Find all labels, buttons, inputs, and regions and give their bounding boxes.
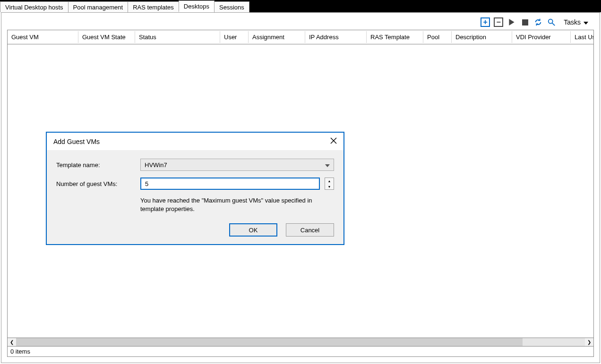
template-name-select[interactable]: HVWin7 — [140, 159, 334, 171]
cancel-button[interactable]: Cancel — [286, 223, 334, 237]
col-status[interactable]: Status — [135, 31, 220, 43]
tab-pool-management[interactable]: Pool management — [68, 1, 129, 12]
svg-rect-1 — [522, 19, 528, 25]
col-ras-template[interactable]: RAS Template — [367, 31, 423, 43]
tab-desktops[interactable]: Desktops — [179, 0, 215, 12]
dialog-header: Add Guest VMs — [47, 133, 343, 150]
ok-button[interactable]: OK — [229, 223, 277, 237]
col-assignment[interactable]: Assignment — [249, 31, 305, 43]
chevron-down-icon — [325, 161, 330, 169]
dialog-body: Template name: HVWin7 Number of guest VM… — [47, 150, 343, 220]
remove-button[interactable]: − — [494, 17, 503, 27]
scroll-thumb[interactable] — [16, 338, 523, 346]
tasks-label: Tasks — [564, 18, 581, 26]
number-guest-vms-label: Number of guest VMs: — [56, 180, 140, 187]
chevron-down-icon — [584, 18, 588, 26]
play-icon[interactable] — [507, 17, 516, 27]
scroll-right-arrow[interactable]: ❯ — [585, 338, 593, 346]
svg-point-2 — [549, 19, 553, 24]
col-vdi-provider[interactable]: VDI Provider — [512, 31, 571, 43]
stop-icon[interactable] — [520, 17, 530, 27]
col-user[interactable]: User — [220, 31, 249, 43]
search-icon[interactable] — [547, 17, 556, 27]
close-icon[interactable] — [330, 137, 337, 145]
svg-line-3 — [552, 23, 555, 25]
add-button[interactable]: + — [481, 17, 490, 27]
col-last-us[interactable]: Last Us — [571, 31, 593, 43]
status-items: 0 items — [10, 348, 30, 355]
h-scrollbar[interactable]: ❮ ❯ — [8, 338, 593, 346]
svg-marker-0 — [509, 19, 515, 25]
spinner-down-icon[interactable]: ▼ — [325, 184, 334, 189]
template-name-label: Template name: — [56, 161, 140, 169]
tab-bar: Virtual Desktop hosts Pool management RA… — [0, 0, 601, 12]
template-name-value: HVWin7 — [145, 161, 167, 169]
number-guest-vms-value: 5 — [145, 180, 148, 187]
col-guest-vm[interactable]: Guest VM — [8, 31, 78, 43]
spinner-buttons[interactable]: ▲ ▼ — [325, 178, 334, 190]
tab-sessions[interactable]: Sessions — [214, 1, 249, 12]
refresh-icon[interactable] — [533, 17, 543, 27]
tasks-dropdown[interactable]: Tasks — [560, 18, 590, 26]
dialog-footer: OK Cancel — [47, 220, 343, 244]
scroll-left-arrow[interactable]: ❮ — [8, 338, 16, 346]
svg-marker-4 — [584, 22, 588, 25]
status-bar: 0 items — [7, 347, 594, 357]
scroll-track[interactable] — [16, 338, 585, 346]
dialog-title: Add Guest VMs — [53, 138, 100, 145]
tab-ras-templates[interactable]: RAS templates — [128, 1, 179, 12]
number-guest-vms-input[interactable]: 5 — [140, 178, 320, 190]
col-guest-vm-state[interactable]: Guest VM State — [78, 31, 135, 43]
toolbar: + − Tasks — [1, 13, 600, 30]
add-guest-vms-dialog: Add Guest VMs Template name: HVWin7 Numb… — [46, 132, 344, 245]
dialog-message: You have reached the "Maximum guest VMs"… — [140, 196, 334, 213]
col-ip[interactable]: IP Address — [305, 31, 367, 43]
table-header: Guest VM Guest VM State Status User Assi… — [8, 30, 593, 44]
main-panel: + − Tasks Guest VM Guest VM State Status… — [1, 12, 600, 363]
col-description[interactable]: Description — [452, 31, 512, 43]
tab-virtual-desktop-hosts[interactable]: Virtual Desktop hosts — [0, 1, 69, 12]
col-pool[interactable]: Pool — [423, 31, 452, 43]
spinner-up-icon[interactable]: ▲ — [325, 178, 334, 184]
svg-marker-7 — [325, 164, 330, 167]
